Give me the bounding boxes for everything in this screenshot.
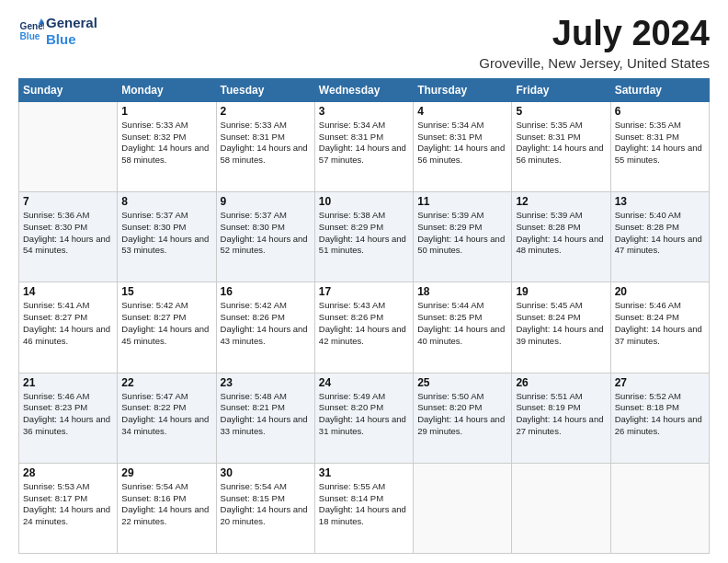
calendar-week-row: 7 Sunrise: 5:36 AMSunset: 8:30 PMDayligh… [19,192,710,282]
day-number: 22 [121,376,211,389]
cell-sunrise: Sunrise: 5:35 AMSunset: 8:31 PMDaylight:… [615,120,702,165]
calendar-body: 1 Sunrise: 5:33 AMSunset: 8:32 PMDayligh… [19,101,710,553]
day-number: 17 [319,285,409,298]
calendar-header-row: Sunday Monday Tuesday Wednesday Thursday… [19,78,710,101]
month-title: July 2024 [479,15,710,53]
logo-text: General Blue [46,15,97,48]
cell-sunrise: Sunrise: 5:54 AMSunset: 8:15 PMDaylight:… [221,481,308,526]
svg-text:Blue: Blue [20,31,40,41]
cell-sunrise: Sunrise: 5:42 AMSunset: 8:27 PMDaylight:… [121,300,209,345]
cell-sunrise: Sunrise: 5:40 AMSunset: 8:28 PMDaylight:… [615,210,702,255]
day-number: 25 [417,376,507,389]
cell-sunrise: Sunrise: 5:44 AMSunset: 8:25 PMDaylight:… [417,300,505,345]
cell-sunrise: Sunrise: 5:51 AMSunset: 8:19 PMDaylight:… [516,391,603,436]
calendar-week-row: 21 Sunrise: 5:46 AMSunset: 8:23 PMDaylig… [19,373,710,463]
cell-sunrise: Sunrise: 5:39 AMSunset: 8:29 PMDaylight:… [417,210,505,255]
table-row: 24 Sunrise: 5:49 AMSunset: 8:20 PMDaylig… [314,373,413,463]
day-number: 13 [615,195,705,208]
table-row: 20 Sunrise: 5:46 AMSunset: 8:24 PMDaylig… [610,282,709,373]
cell-sunrise: Sunrise: 5:37 AMSunset: 8:30 PMDaylight:… [121,210,209,255]
day-number: 29 [121,466,211,479]
day-number: 2 [221,105,311,118]
header: General Blue General Blue July 2024 Grov… [18,15,710,71]
day-number: 16 [221,285,311,298]
cell-sunrise: Sunrise: 5:43 AMSunset: 8:26 PMDaylight:… [319,300,406,345]
cell-sunrise: Sunrise: 5:33 AMSunset: 8:32 PMDaylight:… [121,120,209,165]
cell-sunrise: Sunrise: 5:45 AMSunset: 8:24 PMDaylight:… [516,300,603,345]
table-row: 3 Sunrise: 5:34 AMSunset: 8:31 PMDayligh… [314,101,413,191]
day-number: 19 [516,285,606,298]
table-row: 31 Sunrise: 5:55 AMSunset: 8:14 PMDaylig… [314,463,413,553]
day-number: 6 [615,105,705,118]
calendar-week-row: 1 Sunrise: 5:33 AMSunset: 8:32 PMDayligh… [19,101,710,191]
day-number: 26 [516,376,606,389]
table-row: 6 Sunrise: 5:35 AMSunset: 8:31 PMDayligh… [610,101,709,191]
cell-sunrise: Sunrise: 5:50 AMSunset: 8:20 PMDaylight:… [417,391,505,436]
day-number: 21 [23,376,113,389]
cell-sunrise: Sunrise: 5:35 AMSunset: 8:31 PMDaylight:… [516,120,603,165]
table-row: 29 Sunrise: 5:54 AMSunset: 8:16 PMDaylig… [118,463,216,553]
cell-sunrise: Sunrise: 5:54 AMSunset: 8:16 PMDaylight:… [121,481,209,526]
table-row: 26 Sunrise: 5:51 AMSunset: 8:19 PMDaylig… [512,373,610,463]
table-row [512,463,610,553]
col-sunday: Sunday [19,78,118,101]
page: General Blue General Blue July 2024 Grov… [0,0,728,563]
day-number: 12 [516,195,606,208]
day-number: 20 [615,285,705,298]
table-row: 13 Sunrise: 5:40 AMSunset: 8:28 PMDaylig… [610,192,709,282]
day-number: 4 [417,105,507,118]
table-row: 30 Sunrise: 5:54 AMSunset: 8:15 PMDaylig… [216,463,314,553]
table-row: 27 Sunrise: 5:52 AMSunset: 8:18 PMDaylig… [610,373,709,463]
table-row [610,463,709,553]
table-row: 21 Sunrise: 5:46 AMSunset: 8:23 PMDaylig… [19,373,118,463]
cell-sunrise: Sunrise: 5:48 AMSunset: 8:21 PMDaylight:… [221,391,308,436]
day-number: 1 [121,105,211,118]
table-row: 1 Sunrise: 5:33 AMSunset: 8:32 PMDayligh… [118,101,216,191]
day-number: 8 [121,195,211,208]
table-row: 12 Sunrise: 5:39 AMSunset: 8:28 PMDaylig… [512,192,610,282]
cell-sunrise: Sunrise: 5:55 AMSunset: 8:14 PMDaylight:… [319,481,406,526]
table-row: 11 Sunrise: 5:39 AMSunset: 8:29 PMDaylig… [414,192,512,282]
day-number: 5 [516,105,606,118]
table-row: 7 Sunrise: 5:36 AMSunset: 8:30 PMDayligh… [19,192,118,282]
calendar: Sunday Monday Tuesday Wednesday Thursday… [18,78,710,554]
day-number: 18 [417,285,507,298]
table-row: 28 Sunrise: 5:53 AMSunset: 8:17 PMDaylig… [19,463,118,553]
table-row: 15 Sunrise: 5:42 AMSunset: 8:27 PMDaylig… [118,282,216,373]
location-title: Groveville, New Jersey, United States [479,55,710,71]
cell-sunrise: Sunrise: 5:34 AMSunset: 8:31 PMDaylight:… [417,120,505,165]
cell-sunrise: Sunrise: 5:53 AMSunset: 8:17 PMDaylight:… [23,481,110,526]
table-row: 9 Sunrise: 5:37 AMSunset: 8:30 PMDayligh… [216,192,314,282]
day-number: 3 [319,105,409,118]
cell-sunrise: Sunrise: 5:34 AMSunset: 8:31 PMDaylight:… [319,120,406,165]
logo-icon: General Blue [18,18,44,44]
table-row: 19 Sunrise: 5:45 AMSunset: 8:24 PMDaylig… [512,282,610,373]
table-row: 18 Sunrise: 5:44 AMSunset: 8:25 PMDaylig… [414,282,512,373]
day-number: 27 [615,376,705,389]
col-thursday: Thursday [414,78,512,101]
logo: General Blue General Blue [18,15,97,48]
col-monday: Monday [118,78,216,101]
table-row: 23 Sunrise: 5:48 AMSunset: 8:21 PMDaylig… [216,373,314,463]
day-number: 14 [23,285,113,298]
table-row: 25 Sunrise: 5:50 AMSunset: 8:20 PMDaylig… [414,373,512,463]
cell-sunrise: Sunrise: 5:49 AMSunset: 8:20 PMDaylight:… [319,391,406,436]
col-tuesday: Tuesday [216,78,314,101]
cell-sunrise: Sunrise: 5:47 AMSunset: 8:22 PMDaylight:… [121,391,209,436]
table-row [414,463,512,553]
cell-sunrise: Sunrise: 5:46 AMSunset: 8:24 PMDaylight:… [615,300,702,345]
cell-sunrise: Sunrise: 5:52 AMSunset: 8:18 PMDaylight:… [615,391,702,436]
cell-sunrise: Sunrise: 5:38 AMSunset: 8:29 PMDaylight:… [319,210,406,255]
calendar-week-row: 28 Sunrise: 5:53 AMSunset: 8:17 PMDaylig… [19,463,710,553]
table-row: 5 Sunrise: 5:35 AMSunset: 8:31 PMDayligh… [512,101,610,191]
col-friday: Friday [512,78,610,101]
table-row: 22 Sunrise: 5:47 AMSunset: 8:22 PMDaylig… [118,373,216,463]
cell-sunrise: Sunrise: 5:37 AMSunset: 8:30 PMDaylight:… [221,210,308,255]
day-number: 9 [221,195,311,208]
day-number: 28 [23,466,113,479]
title-block: July 2024 Groveville, New Jersey, United… [479,15,710,71]
cell-sunrise: Sunrise: 5:46 AMSunset: 8:23 PMDaylight:… [23,391,110,436]
day-number: 23 [221,376,311,389]
table-row: 10 Sunrise: 5:38 AMSunset: 8:29 PMDaylig… [314,192,413,282]
table-row: 17 Sunrise: 5:43 AMSunset: 8:26 PMDaylig… [314,282,413,373]
